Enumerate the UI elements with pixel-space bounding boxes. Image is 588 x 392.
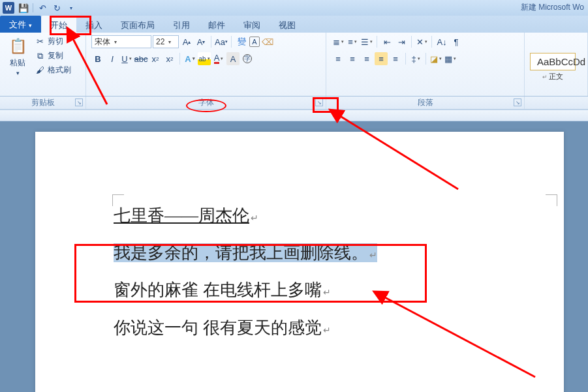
- margin-corner-tl: [112, 194, 124, 206]
- copy-label: 复制: [48, 50, 63, 61]
- grow-font-button[interactable]: A▴: [180, 35, 193, 48]
- format-painter-button[interactable]: 🖌格式刷: [34, 64, 72, 76]
- superscript-button[interactable]: x2: [163, 52, 176, 65]
- justify-button[interactable]: ≡: [375, 52, 388, 65]
- qat-dropdown-icon[interactable]: ▾: [66, 3, 76, 13]
- paste-icon: 📋: [8, 37, 27, 56]
- asian-layout-button[interactable]: ✕: [415, 35, 428, 48]
- cut-icon: ✂: [35, 37, 45, 46]
- paste-label: 粘贴: [10, 57, 25, 68]
- undo-icon[interactable]: ↶: [37, 3, 48, 13]
- strikethrough-button[interactable]: abc: [134, 52, 147, 65]
- increase-indent-button[interactable]: ⇥: [395, 35, 408, 48]
- chevron-down-icon: ▾: [168, 39, 171, 45]
- group-label-clipboard: 剪贴板 ↘: [0, 97, 86, 109]
- separator: [426, 53, 426, 65]
- margin-corner-tr: [546, 194, 557, 206]
- ribbon-tabs: 文件 开始 插入 页面布局 引用 邮件 审阅 视图: [0, 16, 588, 33]
- group-label-font: 字体 ↘: [86, 97, 326, 109]
- group-label-paragraph-text: 段落: [418, 97, 433, 108]
- line-spacing-button[interactable]: ‡: [409, 52, 422, 65]
- sort-button[interactable]: A↓: [435, 35, 448, 48]
- font-name-combo[interactable]: 宋体▾: [91, 35, 151, 48]
- tab-references[interactable]: 引用: [164, 16, 199, 33]
- group-label-clipboard-text: 剪贴板: [31, 97, 55, 108]
- separator: [405, 53, 406, 65]
- group-label-paragraph: 段落 ↘: [326, 97, 525, 109]
- document-area: 七里香——周杰伦 我是多余的，请把我上画删除线。 窗外的麻雀 在电线杆上多嘴 你…: [0, 110, 588, 392]
- tab-home[interactable]: 开始: [41, 16, 76, 33]
- bold-button[interactable]: B: [91, 52, 104, 65]
- tab-file[interactable]: 文件: [0, 16, 41, 33]
- shading-button[interactable]: ◪: [429, 52, 442, 65]
- character-shading-button[interactable]: A: [226, 52, 240, 65]
- tab-insert[interactable]: 插入: [76, 16, 112, 33]
- tab-mailings[interactable]: 邮件: [199, 16, 234, 33]
- group-paragraph: ≣ ≡ ☰ ⇤ ⇥ ✕ A↓ ¶ ≡ ≡ ≡ ≡ ≡: [326, 33, 525, 96]
- window-title: 新建 Microsoft Wo: [521, 2, 584, 13]
- character-border-button[interactable]: A: [249, 37, 260, 47]
- subscript-button[interactable]: x2: [149, 52, 162, 65]
- text-effects-button[interactable]: A: [183, 52, 196, 65]
- align-center-button[interactable]: ≡: [346, 52, 359, 65]
- bullets-button[interactable]: ≣: [332, 35, 345, 48]
- shrink-font-button[interactable]: A▾: [194, 35, 208, 48]
- separator: [179, 53, 180, 65]
- word-icon: W: [3, 2, 14, 14]
- decrease-indent-button[interactable]: ⇤: [380, 35, 394, 48]
- cut-label: 剪切: [48, 36, 63, 47]
- clipboard-launcher[interactable]: ↘: [75, 98, 83, 106]
- align-right-button[interactable]: ≡: [360, 52, 373, 65]
- tab-page-layout[interactable]: 页面布局: [112, 16, 164, 33]
- font-launcher[interactable]: ↘: [315, 98, 323, 106]
- separator: [211, 36, 211, 48]
- tab-review[interactable]: 审阅: [234, 16, 270, 33]
- italic-button[interactable]: I: [106, 52, 119, 65]
- show-hide-marks-button[interactable]: ¶: [450, 35, 463, 48]
- group-label-font-text: 字体: [198, 97, 214, 108]
- clear-formatting-button[interactable]: ⌫: [261, 35, 274, 48]
- separator: [231, 36, 232, 48]
- page[interactable]: 七里香——周杰伦 我是多余的，请把我上画删除线。 窗外的麻雀 在电线杆上多嘴 你…: [35, 132, 564, 392]
- doc-line-3-text: 窗外的麻雀 在电线杆上多嘴: [114, 280, 322, 299]
- paste-dropdown-icon[interactable]: ▾: [16, 70, 20, 76]
- font-size-value: 22: [156, 37, 164, 46]
- titlebar: W 💾 ↶ ↻ ▾ 新建 Microsoft Wo: [0, 0, 588, 16]
- doc-line-selected[interactable]: 我是多余的，请把我上画删除线。: [114, 234, 486, 271]
- style-preview-normal[interactable]: AaBbCcDd: [530, 53, 576, 70]
- group-clipboard: 📋 粘贴 ▾ ✂剪切 ⧉复制 🖌格式刷: [0, 33, 86, 96]
- doc-line-4[interactable]: 你说这一句 很有夏天的感觉: [114, 309, 486, 346]
- copy-icon: ⧉: [35, 51, 45, 61]
- align-left-button[interactable]: ≡: [332, 52, 345, 65]
- doc-title-line[interactable]: 七里香——周杰伦: [114, 197, 486, 234]
- save-icon[interactable]: 💾: [18, 3, 29, 13]
- copy-button[interactable]: ⧉复制: [34, 50, 72, 62]
- underline-button[interactable]: U: [120, 52, 133, 65]
- chevron-down-icon: ▾: [114, 39, 117, 45]
- distributed-button[interactable]: ≡: [389, 52, 402, 65]
- format-painter-label: 格式刷: [48, 65, 71, 76]
- ribbon: 📋 粘贴 ▾ ✂剪切 ⧉复制 🖌格式刷 宋体▾ 22▾ A▴ A▾ Aa▾: [0, 33, 588, 97]
- tab-view[interactable]: 视图: [270, 16, 305, 33]
- font-color-button[interactable]: A: [212, 52, 225, 65]
- separator: [377, 36, 377, 48]
- qat-separator: [33, 3, 33, 12]
- phonetic-guide-button[interactable]: 變: [235, 35, 248, 48]
- enclose-characters-button[interactable]: 字: [241, 52, 254, 65]
- font-size-combo[interactable]: 22▾: [153, 35, 179, 48]
- redo-icon[interactable]: ↻: [52, 3, 62, 13]
- paste-button[interactable]: 📋 粘贴 ▾: [5, 35, 30, 78]
- doc-line-selected-text: 我是多余的，请把我上画删除线。: [114, 243, 377, 262]
- highlight-button[interactable]: ab: [198, 52, 211, 65]
- borders-button[interactable]: ▦: [444, 52, 457, 65]
- change-case-button[interactable]: Aa▾: [215, 35, 228, 48]
- cut-button[interactable]: ✂剪切: [34, 35, 72, 48]
- numbering-button[interactable]: ≡: [346, 35, 359, 48]
- group-font: 宋体▾ 22▾ A▴ A▾ Aa▾ 變 A ⌫ B I U abc x2: [86, 33, 326, 96]
- doc-line-3[interactable]: 窗外的麻雀 在电线杆上多嘴: [114, 271, 486, 309]
- format-painter-icon: 🖌: [35, 65, 45, 75]
- ruler[interactable]: [0, 110, 588, 121]
- paragraph-launcher[interactable]: ↘: [514, 98, 521, 106]
- multilevel-list-button[interactable]: ☰: [360, 35, 373, 48]
- group-styles: AaBbCcDd 正文: [525, 33, 588, 96]
